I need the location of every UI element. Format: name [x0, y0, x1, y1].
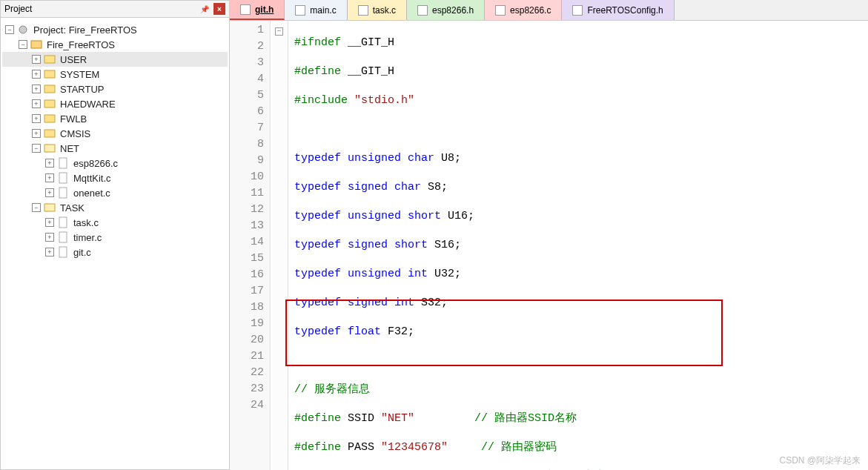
file-label: onenet.c: [73, 188, 110, 199]
expand-icon[interactable]: +: [45, 218, 54, 227]
svg-rect-7: [44, 130, 55, 137]
panel-title: Project: [4, 4, 32, 14]
expand-icon[interactable]: +: [45, 233, 54, 242]
project-panel: Project 📌 × − Project: Fire_FreeRTOS − F…: [0, 0, 230, 470]
file-icon: [57, 172, 70, 184]
expand-icon[interactable]: +: [45, 159, 54, 168]
svg-rect-6: [44, 115, 55, 122]
folder-open-icon: [44, 202, 57, 214]
svg-rect-15: [59, 247, 67, 257]
lineno: 18: [230, 299, 264, 316]
expand-icon[interactable]: +: [45, 188, 54, 197]
expand-icon[interactable]: +: [32, 114, 41, 123]
svg-rect-14: [59, 232, 67, 242]
file-icon: [572, 5, 583, 16]
tab-main-c[interactable]: main.c: [285, 0, 347, 20]
tree-folder-system[interactable]: + SYSTEM: [2, 67, 228, 82]
close-icon[interactable]: ×: [213, 3, 225, 15]
lineno: 21: [230, 348, 264, 365]
lineno: 5: [230, 87, 264, 104]
tab-esp8266-c[interactable]: esp8266.c: [485, 0, 562, 20]
folder-label: CMSIS: [60, 128, 90, 139]
lineno: 24: [230, 397, 264, 414]
file-icon: [417, 5, 428, 16]
code-content[interactable]: #ifndef __GIT_H #define __GIT_H #include…: [288, 21, 868, 470]
tab-task-c[interactable]: task.c: [348, 0, 407, 20]
tree-folder-user[interactable]: + USER: [2, 52, 228, 67]
expand-icon[interactable]: +: [32, 85, 41, 93]
code-line: #ifndef __GIT_H: [294, 35, 868, 51]
tree-folder-task[interactable]: − TASK: [2, 200, 228, 215]
folder-label: STARTUP: [60, 84, 104, 95]
expand-icon[interactable]: +: [45, 248, 54, 256]
folder-label: SYSTEM: [60, 69, 99, 80]
lineno: 12: [230, 202, 264, 218]
fold-column: −: [271, 21, 288, 470]
svg-rect-8: [44, 145, 55, 152]
folder-label: USER: [60, 54, 87, 65]
watermark: CSDN @阿柒学起来: [779, 454, 861, 467]
tree-folder-cmsis[interactable]: + CMSIS: [2, 126, 228, 141]
tree-root[interactable]: − Project: Fire_FreeRTOS: [2, 22, 228, 37]
lineno: 4: [230, 71, 264, 87]
expand-icon[interactable]: +: [32, 99, 41, 108]
lineno: 6: [230, 104, 264, 120]
code-line: typedef signed short S16;: [294, 237, 868, 254]
tab-freertosconfig-h[interactable]: FreeRTOSConfig.h: [562, 0, 674, 20]
collapse-icon[interactable]: −: [5, 25, 14, 34]
tab-git-h[interactable]: git.h: [230, 0, 285, 20]
collapse-icon[interactable]: −: [19, 40, 27, 49]
file-label: git.c: [73, 247, 91, 258]
line-numbers: 1 2 3 4 5 6 7 8 9 10 11 12 13 14 15 16 1…: [230, 21, 271, 470]
tab-label: esp8266.h: [432, 5, 474, 16]
file-icon: [57, 246, 70, 258]
project-tree[interactable]: − Project: Fire_FreeRTOS − Fire_FreeRTOS…: [1, 18, 229, 469]
tree-file-esp8266c[interactable]: + esp8266.c: [2, 156, 228, 171]
fold-icon[interactable]: −: [275, 27, 283, 36]
lineno: 19: [230, 316, 264, 332]
tree-file-taskc[interactable]: + task.c: [2, 215, 228, 230]
file-icon: [495, 5, 506, 16]
tree-folder-fwlb[interactable]: + FWLB: [2, 111, 228, 126]
svg-rect-9: [59, 158, 67, 168]
folder-label: TASK: [60, 202, 85, 214]
tree-file-gitc[interactable]: + git.c: [2, 245, 228, 259]
tree-folder-net[interactable]: − NET: [2, 141, 228, 156]
tree-target[interactable]: − Fire_FreeRTOS: [2, 37, 228, 52]
svg-rect-4: [44, 85, 55, 93]
tree-folder-startup[interactable]: + STARTUP: [2, 82, 228, 96]
code-line: typedef signed char S8;: [294, 179, 868, 196]
expand-icon[interactable]: +: [32, 129, 41, 138]
svg-rect-1: [31, 41, 42, 48]
file-icon: [240, 4, 251, 15]
tree-root-label: Project: Fire_FreeRTOS: [33, 24, 137, 36]
pin-icon[interactable]: 📌: [199, 3, 211, 15]
folder-icon: [44, 113, 57, 125]
code-line: typedef unsigned short U16;: [294, 208, 868, 225]
svg-rect-12: [44, 204, 55, 211]
code-line: #define PASS "12345678" // 路由器密码: [294, 440, 868, 456]
expand-icon[interactable]: +: [32, 55, 41, 64]
tab-esp8266-h[interactable]: esp8266.h: [407, 0, 485, 20]
code-line: typedef unsigned int U32;: [294, 266, 868, 282]
lineno: 11: [230, 185, 264, 202]
lineno: 14: [230, 234, 264, 251]
code-line: [294, 353, 868, 369]
code-line: // 服务器信息: [294, 382, 868, 398]
tree-file-onenetc[interactable]: + onenet.c: [2, 185, 228, 200]
folder-label: HAEDWARE: [60, 99, 116, 110]
expand-icon[interactable]: +: [45, 173, 54, 182]
editor-tabs: git.h main.c task.c esp8266.h esp8266.c …: [230, 0, 868, 21]
code-line: #include "stdio.h": [294, 93, 868, 109]
tree-folder-hardware[interactable]: + HAEDWARE: [2, 96, 228, 111]
file-label: task.c: [73, 217, 99, 228]
expand-icon[interactable]: +: [32, 70, 41, 79]
collapse-icon[interactable]: −: [32, 144, 41, 153]
lineno: 8: [230, 136, 264, 153]
svg-rect-3: [44, 70, 55, 78]
lineno: 22: [230, 365, 264, 381]
code-editor[interactable]: 1 2 3 4 5 6 7 8 9 10 11 12 13 14 15 16 1…: [230, 21, 868, 470]
tree-file-mqttkitc[interactable]: + MqttKit.c: [2, 171, 228, 185]
tree-file-timerc[interactable]: + timer.c: [2, 230, 228, 245]
collapse-icon[interactable]: −: [32, 203, 41, 212]
